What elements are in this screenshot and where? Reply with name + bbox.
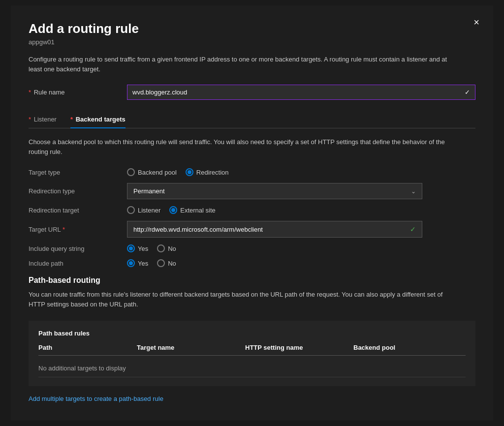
radio-outer-redirection xyxy=(186,168,193,176)
radio-query-yes[interactable]: Yes xyxy=(127,244,148,252)
redirection-type-dropdown[interactable]: Permanent ⌄ xyxy=(127,183,422,199)
radio-outer-listener xyxy=(127,206,135,214)
redirection-type-label: Redirection type xyxy=(29,187,127,195)
radio-inner-query-yes xyxy=(129,246,133,250)
radio-outer-path-yes xyxy=(127,259,135,267)
rule-name-check-icon: ✓ xyxy=(465,89,470,96)
target-url-label: Target URL * xyxy=(29,226,127,233)
table-empty-row: No additional targets to display xyxy=(38,360,466,377)
rule-name-input[interactable]: wvd.bloggerz.cloud ✓ xyxy=(127,85,475,100)
required-star: * xyxy=(29,89,31,96)
radio-external-site[interactable]: External site xyxy=(169,206,216,214)
target-url-value: http://rdweb.wvd.microsoft.com/arm/webcl… xyxy=(127,221,475,238)
backend-required-star: * xyxy=(70,116,73,123)
add-routing-rule-panel: × Add a routing rule appgw01 Configure a… xyxy=(11,5,493,421)
include-query-string-label: Include query string xyxy=(29,245,127,252)
empty-message: No additional targets to display xyxy=(38,365,137,372)
col-header-path: Path xyxy=(38,344,137,351)
radio-outer-backend-pool xyxy=(127,168,135,176)
radio-outer-query-no xyxy=(157,244,165,252)
target-type-row: Target type Backend pool Redirection xyxy=(29,168,475,176)
redirection-target-radio-group: Listener External site xyxy=(127,206,216,214)
path-based-routing-heading: Path-based routing xyxy=(29,276,475,285)
rule-name-row: * Rule name wvd.bloggerz.cloud ✓ xyxy=(29,85,475,100)
radio-redirection[interactable]: Redirection xyxy=(186,168,229,176)
include-path-radio-group: Yes No xyxy=(127,259,176,267)
col-header-backend: Backend pool xyxy=(353,344,442,351)
close-button[interactable]: × xyxy=(472,15,481,29)
table-header: Path Target name HTTP setting name Backe… xyxy=(38,344,466,356)
tabs-container: * Listener * Backend targets xyxy=(29,111,475,128)
rule-name-label: * Rule name xyxy=(29,89,127,96)
listener-required-star: * xyxy=(29,116,31,123)
radio-query-no[interactable]: No xyxy=(157,244,176,252)
panel-subtitle: appgw01 xyxy=(29,38,475,46)
radio-listener[interactable]: Listener xyxy=(127,206,160,214)
tab-listener[interactable]: * Listener xyxy=(29,111,57,128)
redirection-type-value: Permanent ⌄ xyxy=(127,183,475,199)
path-rules-title: Path based rules xyxy=(38,330,466,337)
include-path-options: Yes No xyxy=(127,259,475,267)
radio-path-yes[interactable]: Yes xyxy=(127,259,148,267)
include-path-label: Include path xyxy=(29,260,127,267)
path-rules-section: Path based rules Path Target name HTTP s… xyxy=(29,321,475,386)
radio-inner-path-yes xyxy=(129,261,133,265)
include-query-string-options: Yes No xyxy=(127,244,475,252)
include-query-string-row: Include query string Yes No xyxy=(29,244,475,252)
radio-backend-pool[interactable]: Backend pool xyxy=(127,168,177,176)
radio-inner-redirection xyxy=(188,170,191,174)
redirection-target-label: Redirection target xyxy=(29,207,127,214)
dropdown-chevron-icon: ⌄ xyxy=(411,188,416,195)
panel-title: Add a routing rule xyxy=(29,21,475,36)
panel-description: Configure a routing rule to send traffic… xyxy=(29,55,457,74)
url-check-icon: ✓ xyxy=(410,225,416,233)
tab-backend-targets[interactable]: * Backend targets xyxy=(70,111,126,128)
redirection-type-row: Redirection type Permanent ⌄ xyxy=(29,183,475,199)
include-path-row: Include path Yes No xyxy=(29,259,475,267)
target-url-input[interactable]: http://rdweb.wvd.microsoft.com/arm/webcl… xyxy=(127,221,422,238)
target-type-label: Target type xyxy=(29,169,127,176)
add-multiple-targets-link[interactable]: Add multiple targets to create a path-ba… xyxy=(29,395,163,402)
col-header-http: HTTP setting name xyxy=(245,344,353,351)
radio-inner-external-site xyxy=(171,208,175,212)
redirection-target-row: Redirection target Listener External sit… xyxy=(29,206,475,214)
radio-outer-external-site xyxy=(169,206,177,214)
backend-description: Choose a backend pool to which this rout… xyxy=(29,137,457,156)
col-header-target: Target name xyxy=(137,344,245,351)
target-type-options: Backend pool Redirection xyxy=(127,168,475,176)
radio-outer-path-no xyxy=(157,259,165,267)
target-type-radio-group: Backend pool Redirection xyxy=(127,168,229,176)
target-url-required-star: * xyxy=(63,226,65,233)
redirection-target-options: Listener External site xyxy=(127,206,475,214)
target-url-row: Target URL * http://rdweb.wvd.microsoft.… xyxy=(29,221,475,238)
path-based-routing-desc: You can route traffic from this rule's l… xyxy=(29,290,457,309)
include-query-string-radio-group: Yes No xyxy=(127,244,176,252)
radio-outer-query-yes xyxy=(127,244,135,252)
radio-path-no[interactable]: No xyxy=(157,259,176,267)
